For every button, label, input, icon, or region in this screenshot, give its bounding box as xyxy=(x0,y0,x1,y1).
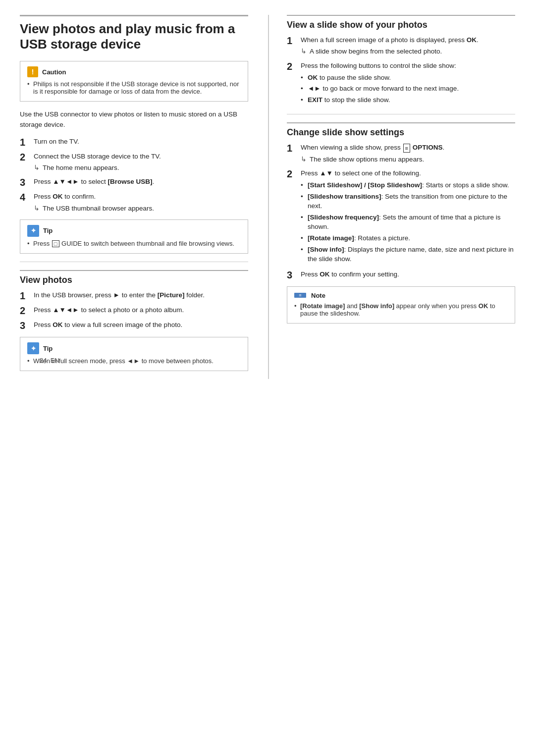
note-list: [Rotate image] and [Show info] appear on… xyxy=(294,302,508,317)
ss-step-2: 2 Press the following buttons to control… xyxy=(287,61,515,107)
caution-icon: ! xyxy=(27,66,38,77)
step-1: 1 Turn on the TV. xyxy=(20,137,248,148)
step-2-sub: The home menu appears. xyxy=(43,163,119,173)
tip1-item: Press □ GUIDE to switch between thumbnai… xyxy=(27,240,241,248)
step-1-text: Turn on the TV. xyxy=(34,138,79,145)
view-photos-steps: 1 In the USB browser, press ► to enter t… xyxy=(20,290,248,331)
step-2: 2 Connect the USB storage device to the … xyxy=(20,152,248,173)
tip1-list: Press □ GUIDE to switch between thumbnai… xyxy=(27,240,241,248)
browse-usb-label: [Browse USB] xyxy=(107,178,152,185)
divider-1 xyxy=(20,262,248,262)
caution-body: Philips is not responsible if the USB st… xyxy=(27,80,241,95)
page-number: 24 EN xyxy=(40,357,59,364)
ss-bullet-3: EXIT to stop the slide show. xyxy=(301,95,515,105)
caution-list: Philips is not responsible if the USB st… xyxy=(27,80,241,95)
ss-step-2-text: Press the following buttons to control t… xyxy=(301,62,456,69)
vp-step-2-text: Press ▲▼◄► to select a photo or a photo … xyxy=(34,306,184,314)
vp-step-3: 3 Press OK to view a full screen image o… xyxy=(20,320,248,331)
caution-box: ! Caution Philips is not responsible if … xyxy=(20,61,248,102)
change-settings-title: Change slide show settings xyxy=(287,122,515,138)
cs-bullet-5: [Show info]: Displays the picture name, … xyxy=(301,245,515,264)
caution-label: Caution xyxy=(42,68,66,76)
tip2-label: Tip xyxy=(43,345,53,352)
divider-2 xyxy=(287,114,515,114)
note-body: [Rotate image] and [Show info] appear on… xyxy=(294,302,508,317)
cs-step-1-sub: The slide show options menu appears. xyxy=(310,155,424,164)
slideshow-title: View a slide show of your photos xyxy=(287,15,515,30)
cs-step-2-bullets: [Start Slideshow] / [Stop Slideshow]: St… xyxy=(301,180,515,264)
intro-text: Use the USB connector to view photos or … xyxy=(20,109,248,130)
change-steps: 1 When viewing a slide show, press ≡ OPT… xyxy=(287,143,515,280)
vp-step-1: 1 In the USB browser, press ► to enter t… xyxy=(20,290,248,301)
ss-step-2-bullets: OK to pause the slide show. ◄► to go bac… xyxy=(301,73,515,105)
step-4: 4 Press OK to confirm. ↳ The USB thumbna… xyxy=(20,192,248,214)
tip-icon-2: ✦ xyxy=(27,342,39,354)
ss-step-1-sub: A slide show begins from the selected ph… xyxy=(310,47,442,56)
cs-step-1: 1 When viewing a slide show, press ≡ OPT… xyxy=(287,143,515,164)
cs-step-3: 3 Press OK to confirm your setting. xyxy=(287,270,515,280)
cs-bullet-4: [Rotate image]: Rotates a picture. xyxy=(301,233,515,243)
step-4-sub: The USB thumbnail browser appears. xyxy=(43,204,154,214)
note-item: [Rotate image] and [Show info] appear on… xyxy=(294,302,508,317)
caution-item: Philips is not responsible if the USB st… xyxy=(27,80,241,95)
tip1-label: Tip xyxy=(43,227,53,234)
cs-bullet-1: [Start Slideshow] / [Stop Slideshow]: St… xyxy=(301,180,515,190)
page-title: View photos and play music from a USB st… xyxy=(20,15,248,52)
vp-step-2: 2 Press ▲▼◄► to select a photo or a phot… xyxy=(20,305,248,316)
tip1-body: Press □ GUIDE to switch between thumbnai… xyxy=(27,240,241,248)
note-icon: ≡ xyxy=(294,293,306,298)
ss-step-1: 1 When a full screen image of a photo is… xyxy=(287,35,515,57)
ss-bullet-1: OK to pause the slide show. xyxy=(301,73,515,83)
ss-bullet-2: ◄► to go back or move forward to the nex… xyxy=(301,84,515,94)
note-box: ≡ Note [Rotate image] and [Show info] ap… xyxy=(287,286,515,324)
cs-bullet-2: [Slideshow transitions]: Sets the transi… xyxy=(301,192,515,211)
note-label: Note xyxy=(311,292,325,299)
options-icon: ≡ xyxy=(403,144,410,153)
step-2-text: Connect the USB storage device to the TV… xyxy=(34,153,161,160)
guide-icon: □ xyxy=(52,240,59,247)
tip-box-1: ✦ Tip Press □ GUIDE to switch between th… xyxy=(20,219,248,254)
main-steps-list: 1 Turn on the TV. 2 Connect the USB stor… xyxy=(20,137,248,214)
cs-step-2-text: Press ▲▼ to select one of the following. xyxy=(301,169,421,177)
step-3: 3 Press ▲▼◄► to select [Browse USB]. xyxy=(20,177,248,188)
slideshow-steps: 1 When a full screen image of a photo is… xyxy=(287,35,515,106)
tip-icon-1: ✦ xyxy=(27,225,39,237)
cs-step-2: 2 Press ▲▼ to select one of the followin… xyxy=(287,168,515,266)
view-photos-title: View photos xyxy=(20,270,248,285)
tip-box-2: ✦ Tip When in full screen mode, press ◄►… xyxy=(20,337,248,371)
cs-bullet-3: [Slideshow frequency]: Sets the amount o… xyxy=(301,213,515,232)
